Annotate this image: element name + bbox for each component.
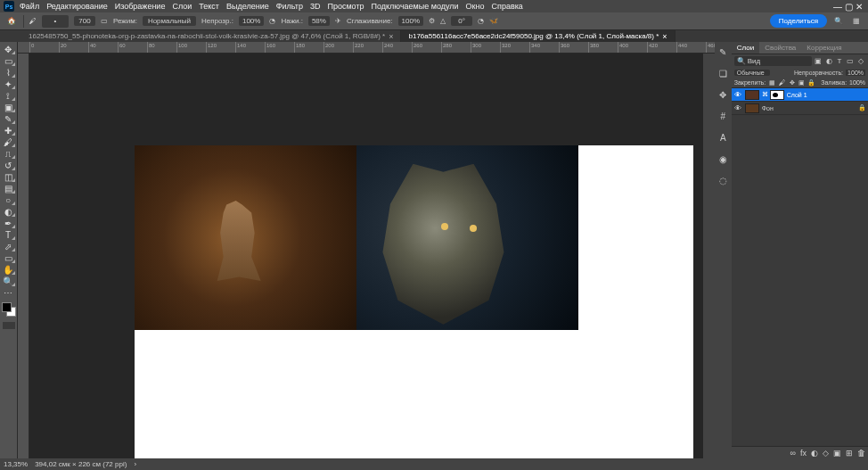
scrollbar-vertical[interactable] [703,54,715,458]
search-icon[interactable]: 🔍 [832,15,845,28]
visibility-toggle[interactable]: 👁 [733,104,742,112]
dock-icon-6[interactable]: ◌ [717,174,729,186]
link-layers-icon[interactable]: ∞ [790,449,796,458]
opacity-input[interactable]: 100% [239,16,264,26]
tool-heal[interactable]: ✚ [0,125,16,136]
window-minimize[interactable]: — [832,2,843,12]
viewport[interactable] [29,54,703,458]
layer-blend-dropdown[interactable]: Обычные [734,70,770,76]
tool-history[interactable]: ↺ [0,160,16,171]
new-layer-icon[interactable]: ⊞ [846,449,853,458]
layer-thumbnail[interactable] [745,90,759,100]
blend-mode-dropdown[interactable]: Нормальный [143,16,196,26]
menu-edit[interactable]: Редактирование [46,2,108,11]
lock-paint-icon[interactable]: 🖌 [778,79,786,87]
tool-blur[interactable]: ○ [0,194,16,206]
tab-properties[interactable]: Свойства [759,42,801,54]
pressure-size-icon[interactable]: ◔ [478,17,484,25]
mask-link-icon[interactable]: ⌘ [762,91,767,98]
document-dimensions[interactable]: 394,02 смк × 226 см (72 ppi) [35,460,127,468]
layer-name[interactable]: Фон [762,105,856,111]
document-tab-1[interactable]: 1625485750_55-phonoteka-org-p-zastavka-n… [21,30,401,42]
layer-row-2[interactable]: 👁 Фон 🔒 [732,102,868,115]
lock-pixels-icon[interactable]: ▦ [768,79,776,87]
tool-type[interactable]: T [0,229,16,241]
zoom-level[interactable]: 13,35% [4,460,28,468]
filter-smart-icon[interactable]: ◇ [856,57,865,65]
tool-eraser[interactable]: ◫ [0,171,16,183]
tool-gradient[interactable]: ▤ [0,183,16,194]
tool-shape[interactable]: ▭ [0,252,16,264]
menu-filter[interactable]: Фильтр [276,2,303,11]
tool-dodge[interactable]: ◐ [0,206,16,218]
fill-input[interactable]: 100% [849,79,865,86]
close-icon[interactable]: × [662,32,667,41]
filter-shape-icon[interactable]: ▭ [846,57,855,65]
adjustment-layer-icon[interactable]: ◇ [823,449,829,458]
share-button[interactable]: Поделиться [770,14,827,28]
color-swatches[interactable] [2,302,16,317]
ruler-horizontal[interactable]: 0204060801001201401601802002202402602803… [18,42,715,54]
tab-adjustments[interactable]: Коррекция [801,42,847,54]
brush-settings-icon[interactable]: ▭ [101,17,108,25]
workspace-icon[interactable]: ▦ [850,15,863,28]
tool-lasso[interactable]: ⌇ [0,67,16,78]
dock-icon-5[interactable]: ◉ [717,153,729,165]
layer-thumbnail[interactable] [745,103,759,113]
visibility-toggle[interactable]: 👁 [733,91,742,99]
filter-adjust-icon[interactable]: ◐ [824,57,833,65]
menu-image[interactable]: Изображение [115,2,166,11]
menu-select[interactable]: Выделение [226,2,269,11]
filter-type-icon[interactable]: T [835,57,844,65]
quickmask-toggle[interactable] [3,322,15,329]
layer-row-1[interactable]: 👁 ⌘ Слой 1 [732,88,868,102]
document-tab-2[interactable]: b176a556116acc7e56ace2dc24f59050.jpg @ 1… [401,30,675,42]
angle-input[interactable]: 0° [451,16,472,26]
layer-fx-icon[interactable]: fx [800,449,807,458]
menu-text[interactable]: Текст [199,2,219,11]
tool-path[interactable]: ⬀ [0,241,16,252]
flow-input[interactable]: 58% [308,16,330,26]
layer-mask-icon[interactable]: ◐ [811,449,818,458]
dock-icon-0[interactable]: ✎ [717,45,729,58]
layer-name[interactable]: Слой 1 [787,92,866,98]
close-icon[interactable]: × [389,32,393,41]
pressure-opacity-icon[interactable]: ◔ [269,17,275,25]
tool-stamp[interactable]: ⎍ [0,148,16,160]
symmetry-icon[interactable]: 🦋 [489,17,498,25]
menu-file[interactable]: Файл [20,2,39,11]
airbrush-icon[interactable]: ✈ [335,17,341,25]
layer-opacity-input[interactable]: 100% [846,70,865,76]
filter-image-icon[interactable]: ▣ [814,57,823,65]
tool-zoom[interactable]: 🔍 [0,276,16,287]
tool-more[interactable]: ⋯ [0,287,16,299]
tool-hand[interactable]: ✋ [0,264,16,276]
menu-3d[interactable]: 3D [310,2,321,11]
window-maximize[interactable]: ▢ [843,2,854,12]
menu-plugins[interactable]: Подключаемые модули [372,2,459,11]
lock-all-icon[interactable]: 🔒 [807,79,815,87]
menu-layers[interactable]: Слои [172,2,192,11]
tool-eyedropper[interactable]: ✎ [0,113,16,125]
ruler-vertical[interactable] [18,54,29,458]
layer-search-input[interactable]: 🔍 Вид [734,56,812,66]
tool-pen[interactable]: ✒ [0,218,16,229]
tool-frame[interactable]: ▣ [0,102,16,113]
info-chevron-icon[interactable]: › [134,460,136,468]
layer-group-icon[interactable]: ▣ [833,449,841,458]
dock-icon-1[interactable]: ❏ [717,67,729,79]
tab-layers[interactable]: Слои [732,42,759,54]
tool-crop[interactable]: ⟟ [0,90,16,102]
mask-thumbnail[interactable] [770,90,784,100]
menu-view[interactable]: Просмотр [327,2,364,11]
dock-icon-2[interactable]: ✥ [717,88,729,101]
tool-wand[interactable]: ✦ [0,78,16,90]
lock-artboard-icon[interactable]: ▣ [798,79,806,87]
tool-marquee[interactable]: ▭ [0,55,16,67]
dock-icon-4[interactable]: A [717,131,729,144]
menu-help[interactable]: Справка [492,2,523,11]
menu-window[interactable]: Окно [466,2,485,11]
smoothing-input[interactable]: 100% [398,16,423,26]
tool-brush[interactable]: 🖌 [0,136,16,148]
smoothing-settings-icon[interactable]: ⚙ [429,17,435,25]
